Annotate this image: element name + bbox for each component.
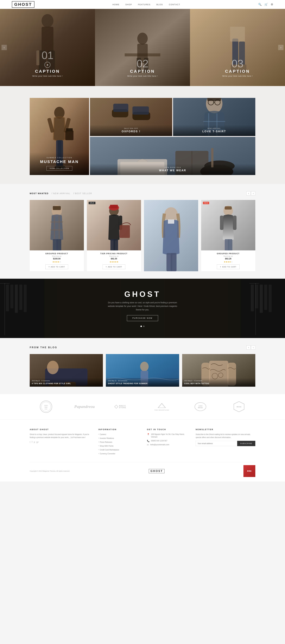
settings-icon[interactable]: ⚙ <box>271 3 273 6</box>
location-icon: 📍 <box>147 433 149 436</box>
nav-item-contact[interactable]: CONTACT <box>169 3 180 6</box>
blog-post-title-3: COOL BOY WITH TATTOO <box>184 382 253 384</box>
newsletter-input[interactable] <box>196 441 237 446</box>
footer-bottom: Copyright © 2013 Magento Themes. All rig… <box>30 462 255 477</box>
footer-link-investor[interactable]: Investor Relations <box>98 437 138 440</box>
phone-icon: 📞 <box>147 440 149 442</box>
feature-card-tshirt: NEW ARRIVAL LOVE T-SHIRT <box>173 98 255 136</box>
svg-rect-32 <box>132 106 149 114</box>
slider-next-button[interactable]: › <box>278 45 283 50</box>
blog-post-title-1: 4 TIPS MIX CLOTHING FOR STYLE GIRL <box>32 382 101 384</box>
feature-card-sub-2: NEW ARRIVAL <box>176 128 252 129</box>
hero-overlay-3: 03 CAPTION Write your item sub title her… <box>222 58 253 77</box>
blog-grid: 2015 May13 0 Comments 4 TIPS MIX CLOTHIN… <box>30 354 255 387</box>
footer-link-careers[interactable]: Careers <box>98 433 138 436</box>
blog-card-3[interactable]: 2015 May13 0 Comments COOL BOY WITH TATT… <box>182 354 255 387</box>
svg-rect-85 <box>15 284 18 313</box>
contact-phone-item: 📞 00840 044 1234 567 <box>147 440 187 442</box>
svg-rect-75 <box>225 206 232 210</box>
nav-item-features[interactable]: FEATURES <box>138 3 151 6</box>
feature-card-title-3: WHAT WE WEAR <box>93 169 252 172</box>
product-info-2: TIER PRICING PRODUCT Starting as $92.35 … <box>87 250 141 271</box>
blog-meta-info-3: 2015 May13 0 Comments <box>184 380 253 382</box>
product-price-2: $92.35 <box>89 258 139 260</box>
hero-play-1[interactable] <box>45 62 51 68</box>
add-to-cart-button-4[interactable]: + ADD TO CART <box>217 264 239 269</box>
blog-card-2[interactable]: 2015 May 31 00 Comments GHOST STYLE TREN… <box>106 354 179 387</box>
footer-col-about: ABOUT GHOST Ghost is a crisp, clean, pro… <box>30 428 89 456</box>
hero-slider: ‹ 01 CAPTION Write your item sub title <box>0 9 285 86</box>
social-facebook[interactable]: f <box>32 441 32 443</box>
product-price-1: $150.00 <box>32 258 82 260</box>
promo-purchase-button[interactable]: PURCHASE NOW <box>127 315 158 321</box>
promo-desc: Do you have a clothing store so cool, so… <box>105 301 180 312</box>
product-name-1: GROUPED PRODUCT <box>32 252 82 255</box>
feature-section: SUMMER COLLECTION MUSTACHE MAN VIEW COLL… <box>0 89 285 184</box>
blog-prev-button[interactable]: ‹ <box>246 346 250 350</box>
products-nav: ‹ › <box>246 191 255 196</box>
product-price-label-4: Starting as <box>203 255 253 257</box>
tab-best-seller[interactable]: BEST SELLER <box>75 192 94 194</box>
tab-sep-1: / <box>52 192 52 195</box>
blog-next-button[interactable]: › <box>251 346 255 350</box>
product-image-1 <box>30 200 84 250</box>
footer-about-title: ABOUT GHOST <box>30 428 89 430</box>
footer-link-currency[interactable]: Currency Converter <box>98 452 138 455</box>
nav-item-shop[interactable]: SHOP <box>125 3 132 6</box>
blog-nav: ‹ › <box>246 346 255 350</box>
promo-dot-1[interactable] <box>140 326 142 327</box>
slider-prev-button[interactable]: ‹ <box>2 45 7 50</box>
svg-rect-63 <box>110 205 118 208</box>
hero-panel-1: 01 CAPTION Write your item sub title her… <box>0 9 95 86</box>
feature-main-sub: SUMMER COLLECTION <box>34 157 85 158</box>
nav-item-home[interactable]: HOME <box>113 3 120 6</box>
products-header: MOST WANTED / NEW ARRIVAL / BEST SELLER … <box>30 191 255 196</box>
main-nav: HOME SHOP FEATURES BLOG CONTACT <box>113 3 180 6</box>
footer-link-wishpoints[interactable]: Shop With Points <box>98 444 138 447</box>
add-to-cart-button-2[interactable]: + ADD TO CART <box>103 264 125 269</box>
svg-text:HERE: HERE <box>45 408 47 410</box>
social-twitter[interactable]: t <box>30 441 30 443</box>
social-gplus[interactable]: g+ <box>37 441 39 443</box>
footer-col-info: INFORMATION Careers Investor Relations P… <box>98 428 138 456</box>
hero-caption-title-1: CAPTION <box>32 69 63 74</box>
tab-new-arrival[interactable]: NEW ARRIVAL <box>53 192 72 194</box>
cart-icon[interactable]: 🛒 <box>264 3 268 6</box>
products-next-button[interactable]: › <box>251 191 255 196</box>
feature-card-oxfords: SALE 50% OFF OXFORDS ! <box>90 98 172 136</box>
search-icon[interactable]: 🔍 <box>258 3 261 6</box>
promo-dot-2[interactable] <box>143 326 145 327</box>
promo-content: GHOST Do you have a clothing store so co… <box>105 290 180 327</box>
svg-marker-120 <box>115 405 118 408</box>
footer-link-press[interactable]: Press Releases <box>98 441 138 443</box>
logo[interactable]: GHOST <box>12 1 35 8</box>
svg-rect-58 <box>56 239 61 250</box>
footer-col-newsletter: NEWSLETTER Subscribe to the Ghost mailin… <box>196 428 255 456</box>
contact-email: hello@yourdomails.com <box>150 443 169 446</box>
footer-grid: ABOUT GHOST Ghost is a crisp, clean, pro… <box>30 428 255 456</box>
footer-info-title: INFORMATION <box>98 428 138 430</box>
tab-most-wanted[interactable]: MOST WANTED <box>30 192 51 194</box>
footer-link-credit[interactable]: Credit Card Marketplace <box>98 448 138 451</box>
add-to-cart-button-1[interactable]: + ADD TO CART <box>46 264 68 269</box>
cart-icon-2: + <box>106 266 107 268</box>
product-card-1: GROUPED PRODUCT Starting as $150.00 ★★★★… <box>30 200 84 271</box>
footer-contact-title: GET IN TOUCH <box>147 428 187 430</box>
promo-title: GHOST <box>105 290 180 298</box>
nav-list: HOME SHOP FEATURES BLOG CONTACT <box>113 3 180 6</box>
svg-rect-84 <box>11 284 13 308</box>
social-pinterest[interactable]: p <box>34 441 35 443</box>
hero-overlay-2: 02 CAPTION Write your item sub title her… <box>127 58 158 77</box>
blog-comments-1: 0 Comments <box>42 380 50 382</box>
nav-item-blog[interactable]: BLOG <box>156 3 163 6</box>
promo-dots <box>105 326 180 327</box>
blog-card-1[interactable]: 2015 May13 0 Comments 4 TIPS MIX CLOTHIN… <box>30 354 103 387</box>
newsletter-submit-button[interactable]: SUBSCRIBE <box>237 441 255 446</box>
view-collection-button[interactable]: VIEW COLLECTION <box>47 166 72 170</box>
products-prev-button[interactable]: ‹ <box>246 191 250 196</box>
svg-rect-90 <box>251 284 254 311</box>
product-info-4: GROUPED PRODUCT Starting as $92.25 ★★★★★… <box>201 250 255 271</box>
feature-card-title-2: LOVE T-SHIRT <box>176 130 252 133</box>
svg-point-123 <box>195 402 206 411</box>
blog-meta-3: 2015 May13 0 Comments COOL BOY WITH TATT… <box>182 378 255 387</box>
